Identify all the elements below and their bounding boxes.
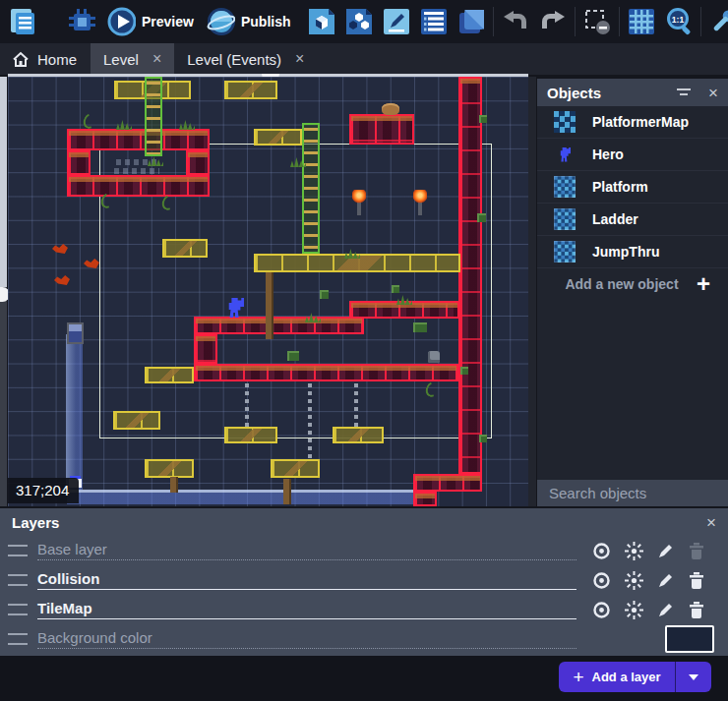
tile-red[interactable]: [67, 150, 91, 175]
tile-red[interactable]: [67, 175, 210, 197]
tile-deco[interactable]: [460, 367, 468, 375]
tile-ghost[interactable]: [116, 159, 157, 165]
tile-vine[interactable]: [81, 111, 99, 131]
tab-level[interactable]: Level ×: [91, 43, 174, 75]
tile-red[interactable]: [186, 150, 210, 175]
tile-skull[interactable]: [428, 351, 440, 363]
close-icon[interactable]: ×: [706, 514, 716, 531]
preview-label[interactable]: Preview: [142, 14, 194, 29]
drag-handle-icon[interactable]: [8, 604, 28, 615]
properties-icon[interactable]: [382, 7, 411, 36]
debug-icon[interactable]: [67, 7, 96, 36]
tile-yellow[interactable]: [113, 411, 160, 430]
tile-pole[interactable]: [170, 477, 178, 493]
tile-torch[interactable]: [413, 190, 427, 215]
delete-trash-icon[interactable]: [689, 571, 704, 589]
background-color-swatch[interactable]: [665, 625, 714, 653]
tile-critter[interactable]: [54, 275, 70, 285]
tile-red[interactable]: [458, 77, 482, 474]
visibility-eye-icon[interactable]: [592, 542, 611, 560]
object-groups-icon[interactable]: [344, 7, 374, 36]
tile-yellow[interactable]: [333, 427, 384, 443]
delete-trash-icon[interactable]: [689, 601, 704, 618]
tile-pole[interactable]: [283, 479, 291, 504]
object-item-platformermap[interactable]: PlatformerMap: [537, 106, 728, 139]
edit-pencil-icon[interactable]: [657, 542, 675, 559]
tile-red[interactable]: [194, 317, 364, 334]
tile-deco[interactable]: [392, 285, 399, 293]
tile-red[interactable]: [413, 492, 437, 506]
tile-ladder[interactable]: [145, 77, 162, 156]
tile-deco[interactable]: [287, 351, 299, 361]
tile-yellow[interactable]: [271, 459, 320, 478]
object-item-ladder[interactable]: Ladder: [537, 204, 728, 236]
layer-name-field[interactable]: Collision: [37, 570, 576, 590]
tile-deco[interactable]: [477, 213, 486, 222]
redo-icon[interactable]: [538, 7, 568, 36]
tile-deco[interactable]: [479, 435, 487, 442]
tile-torch[interactable]: [352, 190, 366, 215]
tile-chain[interactable]: [308, 383, 312, 458]
preview-icon[interactable]: [106, 7, 136, 36]
object-item-hero[interactable]: Hero: [537, 139, 728, 171]
tile-deco[interactable]: [413, 322, 427, 332]
close-tab-icon[interactable]: ×: [295, 51, 304, 67]
tile-ladder[interactable]: [302, 123, 320, 254]
zoom-1-1-icon[interactable]: 1:1: [664, 7, 694, 36]
objects-editor-icon[interactable]: [307, 7, 336, 36]
layer-name-field[interactable]: Base layer: [37, 541, 576, 560]
tile-red[interactable]: [194, 334, 217, 364]
tile-yellow[interactable]: [145, 459, 194, 478]
grid-icon[interactable]: [627, 7, 656, 36]
publish-label[interactable]: Publish: [241, 14, 291, 29]
add-layer-dropdown-button[interactable]: [676, 662, 711, 692]
effects-icon[interactable]: [625, 542, 643, 560]
tile-ghost[interactable]: [114, 168, 159, 174]
drag-handle-icon[interactable]: [8, 574, 28, 586]
add-layer-button[interactable]: + Add a layer: [559, 667, 675, 688]
visibility-eye-icon[interactable]: [592, 601, 611, 619]
tile-pumpkin[interactable]: [382, 103, 399, 115]
tile-red[interactable]: [67, 129, 210, 150]
scene-canvas[interactable]: 317;204: [8, 77, 528, 506]
setup-grid-wrench-icon[interactable]: [708, 7, 728, 36]
layers-toolbar-icon[interactable]: [456, 7, 486, 36]
tile-pole[interactable]: [266, 272, 273, 339]
layer-name-field[interactable]: Background color: [37, 629, 576, 649]
delete-selection-icon[interactable]: [582, 7, 612, 36]
visibility-eye-icon[interactable]: [592, 571, 611, 590]
edit-pencil-icon[interactable]: [657, 571, 675, 589]
tab-level-events[interactable]: Level (Events) ×: [174, 43, 317, 75]
drag-handle-icon[interactable]: [8, 545, 28, 556]
tile-chain[interactable]: [245, 383, 249, 427]
undo-icon[interactable]: [501, 7, 530, 36]
layer-name-field[interactable]: TileMap: [37, 600, 576, 619]
tab-home[interactable]: Home: [0, 43, 91, 75]
tile-red[interactable]: [194, 364, 458, 381]
tile-yellow[interactable]: [224, 81, 277, 99]
effects-icon[interactable]: [625, 571, 643, 590]
tile-critter[interactable]: [52, 244, 68, 254]
tile-yellow[interactable]: [254, 129, 302, 146]
tile-deco[interactable]: [320, 290, 329, 299]
tile-chain[interactable]: [354, 383, 358, 427]
tile-yellow[interactable]: [224, 427, 277, 443]
tile-pool[interactable]: [67, 490, 413, 504]
tile-critter[interactable]: [84, 259, 99, 268]
tile-duck[interactable]: [69, 324, 82, 342]
edit-pencil-icon[interactable]: [657, 601, 675, 618]
search-objects-input[interactable]: [547, 484, 728, 502]
drag-handle-icon[interactable]: [8, 633, 28, 645]
object-item-platform[interactable]: Platform: [537, 171, 728, 204]
close-tab-icon[interactable]: ×: [152, 51, 161, 67]
instances-list-icon[interactable]: [419, 7, 449, 36]
close-icon[interactable]: ×: [708, 85, 718, 101]
tile-yellow[interactable]: [162, 239, 208, 258]
tile-red[interactable]: [349, 114, 414, 145]
project-manager-icon[interactable]: [8, 7, 37, 36]
object-item-jumpthru[interactable]: JumpThru: [537, 236, 728, 268]
publish-icon[interactable]: [206, 7, 235, 36]
tile-deco[interactable]: [479, 115, 487, 123]
tile-waterfall[interactable]: [66, 334, 83, 490]
filter-icon[interactable]: [677, 88, 691, 97]
